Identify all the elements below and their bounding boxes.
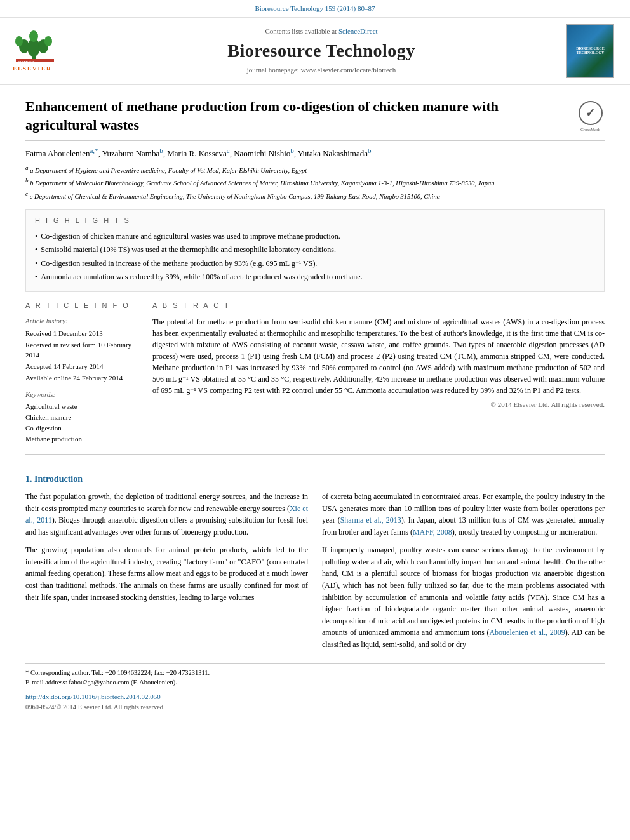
- journal-title: Bioresource Technology: [83, 38, 560, 64]
- author-yutaka: Yutaka Nakashimada: [298, 149, 368, 158]
- highlight-1-text: Co-digestion of chicken manure and agric…: [41, 231, 340, 242]
- contents-text: Contents lists available at: [265, 27, 337, 35]
- intro-body: The fast population growth, the depletio…: [25, 491, 605, 657]
- elsevier-logo: ELSEVIER ELSEVIER: [13, 29, 76, 73]
- email-line: E-mail address: fabou2ga@yahoo.com (F. A…: [25, 677, 605, 688]
- article-info-abstract: A R T I C L E I N F O Article history: R…: [25, 301, 605, 444]
- elsevier-tree-icon: ELSEVIER: [13, 29, 57, 63]
- email-address: fabou2ga@yahoo.com (F. Abouelenien).: [69, 679, 177, 686]
- copyright-line: © 2014 Elsevier Ltd. All rights reserved…: [152, 400, 605, 410]
- introduction-section: 1. Introduction The fast population grow…: [25, 465, 605, 657]
- bullet-icon: •: [35, 231, 37, 242]
- author-fatma: Fatma Abouelenien: [25, 149, 90, 158]
- highlight-4-text: Ammonia accumulation was reduced by 39%,…: [41, 272, 362, 283]
- intro-title: 1. Introduction: [25, 473, 605, 486]
- highlights-label: H I G H L I G H T S: [35, 216, 595, 226]
- journal-homepage: journal homepage: www.elsevier.com/locat…: [83, 65, 560, 76]
- journal-cover-image: BIORESOURCE TECHNOLOGY: [566, 24, 617, 78]
- affil-c-text: c Department of Chemical & Environmental…: [30, 192, 440, 199]
- highlight-3-text: Co-digestion resulted in increase of the…: [41, 258, 317, 269]
- intro-col-right: of excreta being accumulated in concentr…: [322, 491, 605, 657]
- svg-point-4: [15, 36, 23, 46]
- highlight-4: • Ammonia accumulation was reduced by 39…: [35, 272, 595, 283]
- revised-date: Received in revised form 10 February 201…: [25, 340, 140, 361]
- svg-point-6: [29, 30, 38, 42]
- affiliations: a a Department of Hygiene and Preventive…: [25, 164, 605, 201]
- corresponding-author: * Corresponding author. Tel.: +20 109463…: [25, 668, 605, 678]
- affil-b-text: b Department of Molecular Biotechnology,…: [30, 180, 494, 187]
- intro-col-left: The fast population growth, the depletio…: [25, 491, 308, 657]
- svg-text:ELSEVIER: ELSEVIER: [18, 60, 34, 63]
- elsevier-wordmark: ELSEVIER: [13, 65, 52, 73]
- top-bar: Bioresource Technology 159 (2014) 80–87: [0, 0, 630, 17]
- received-date: Received 1 December 2013: [25, 329, 140, 339]
- author-maria: Maria R. Kosseva: [167, 149, 227, 158]
- homepage-label: journal homepage: www.elsevier.com/locat…: [247, 66, 396, 74]
- keywords-label: Keywords:: [25, 390, 140, 400]
- highlight-1: • Co-digestion of chicken manure and agr…: [35, 231, 595, 242]
- highlight-2: • Semisolid material (10% TS) was used a…: [35, 244, 595, 255]
- intro-para-3: of excreta being accumulated in concentr…: [322, 491, 605, 538]
- journal-header: ELSEVIER ELSEVIER Contents lists availab…: [0, 17, 630, 85]
- author-yuzaburo: Yuzaburo Namba: [102, 149, 160, 158]
- crossmark-badge: ✓ CrossMark: [576, 101, 605, 133]
- ref-abouelenien-2009[interactable]: Abouelenien et al., 2009: [489, 628, 565, 637]
- accepted-date: Accepted 14 February 2014: [25, 362, 140, 372]
- doi-line[interactable]: http://dx.doi.org/10.1016/j.biortech.201…: [25, 691, 605, 702]
- footnote-area: * Corresponding author. Tel.: +20 109463…: [25, 663, 605, 712]
- journal-reference: Bioresource Technology 159 (2014) 80–87: [255, 4, 375, 12]
- author-naomichi: Naomichi Nishio: [234, 149, 290, 158]
- abstract-label: A B S T R A C T: [152, 301, 605, 311]
- journal-header-center: Contents lists available at ScienceDirec…: [83, 27, 560, 76]
- intro-para-2: The growing population also demands for …: [25, 544, 308, 603]
- highlight-3: • Co-digestion resulted in increase of t…: [35, 258, 595, 269]
- bullet-icon: •: [35, 272, 37, 283]
- article-info-panel: A R T I C L E I N F O Article history: R…: [25, 301, 140, 444]
- keyword-2: Chicken manure: [25, 413, 140, 423]
- ref-xie-2011[interactable]: Xie et al., 2011: [25, 504, 308, 525]
- bullet-icon: •: [35, 258, 37, 269]
- keyword-4: Methane production: [25, 434, 140, 444]
- crossmark-icon: ✓: [579, 101, 603, 125]
- affiliation-b: b b Department of Molecular Biotechnolog…: [25, 177, 605, 188]
- separator: [25, 454, 605, 455]
- keyword-1: Agricultural waste: [25, 402, 140, 412]
- affiliation-c: c c Department of Chemical & Environment…: [25, 190, 605, 201]
- article-title-section: Enhancement of methane production from c…: [25, 98, 605, 141]
- publisher-logo: ELSEVIER ELSEVIER: [13, 29, 76, 73]
- article-info-label: A R T I C L E I N F O: [25, 301, 140, 311]
- authors-line: Fatma Aboueleniena,*, Yuzaburo Nambab, M…: [25, 146, 605, 160]
- affiliation-a: a a Department of Hygiene and Preventive…: [25, 164, 605, 175]
- svg-point-5: [44, 36, 52, 46]
- bullet-icon: •: [35, 244, 37, 255]
- online-date: Available online 24 February 2014: [25, 373, 140, 383]
- history-label: Article history:: [25, 316, 140, 326]
- contents-available-line: Contents lists available at ScienceDirec…: [83, 27, 560, 37]
- cover-title: BIORESOURCE TECHNOLOGY: [570, 46, 611, 55]
- journal-cover: BIORESOURCE TECHNOLOGY: [566, 24, 614, 78]
- intro-para-4: If improperly managed, poultry wastes ca…: [322, 544, 605, 650]
- highlights-section: H I G H L I G H T S • Co-digestion of ch…: [25, 209, 605, 293]
- email-label: E-mail address:: [25, 679, 67, 686]
- abstract-section: A B S T R A C T The potential for methan…: [152, 301, 605, 444]
- ref-maff-2008[interactable]: MAFF, 2008: [413, 528, 452, 537]
- ref-sharma-2013[interactable]: Sharma et al., 2013: [340, 516, 401, 524]
- keywords-section: Keywords: Agricultural waste Chicken man…: [25, 390, 140, 444]
- keyword-3: Co-digestion: [25, 423, 140, 434]
- crossmark-label: CrossMark: [580, 126, 600, 133]
- affil-a-text: a Department of Hygiene and Preventive m…: [30, 167, 307, 174]
- main-content: Enhancement of methane production from c…: [0, 85, 630, 724]
- article-title: Enhancement of methane production from c…: [25, 98, 576, 134]
- intro-para-1: The fast population growth, the depletio…: [25, 491, 308, 538]
- issn-line: 0960-8524/© 2014 Elsevier Ltd. All right…: [25, 702, 605, 712]
- abstract-text: The potential for methane production fro…: [152, 316, 605, 396]
- sciencedirect-link[interactable]: ScienceDirect: [338, 27, 378, 35]
- highlight-2-text: Semisolid material (10% TS) was used at …: [41, 244, 336, 255]
